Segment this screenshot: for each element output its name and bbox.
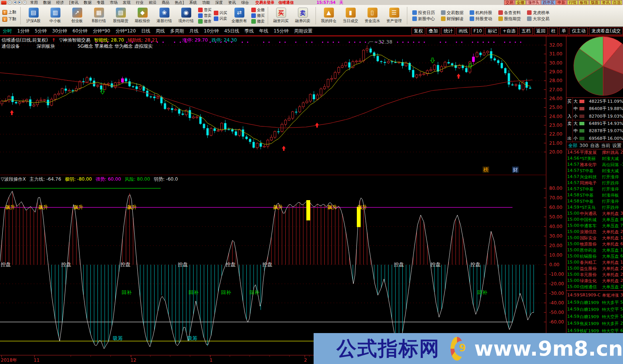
- account-button-资产管理[interactable]: ☰资产管理: [383, 8, 405, 24]
- alert-row[interactable]: 15:00中通客车大单压盘7: [567, 223, 623, 229]
- alert-row[interactable]: 14:57ST中基打开涨停: [567, 186, 623, 192]
- market-button-沪深A股[interactable]: ▤沪深A股: [23, 8, 44, 24]
- tool-button-叠加[interactable]: 叠加: [426, 28, 440, 35]
- alert-row[interactable]: 15:00杭锅股份大单压盘6: [567, 254, 623, 259]
- alert-row[interactable]: 15:00绿康生化大单托盘2: [567, 278, 623, 284]
- alert-row[interactable]: 14:59*ST天马打开跌停: [567, 205, 623, 210]
- info-button-大宗交易[interactable]: 大宗交易: [527, 16, 550, 22]
- menu-item-前沿[interactable]: 前沿: [146, 0, 159, 5]
- cancel-button-全撤[interactable]: 全撤: [251, 7, 265, 13]
- alert-row[interactable]: 14:59SR1909-C单笔冲涨3: [567, 293, 623, 298]
- back-icon[interactable]: ◀: [13, 0, 17, 5]
- order-button-闪卖[interactable]: 闪卖: [214, 16, 227, 21]
- alert-row[interactable]: 14:58ST中基打开涨停: [567, 199, 623, 204]
- tool-button-统计[interactable]: 统计: [441, 28, 455, 35]
- period-分钟*120[interactable]: 分钟*120: [113, 28, 138, 34]
- market-button-中小板[interactable]: ▥中小板: [44, 8, 66, 24]
- strategy-title[interactable]: ▽神渔智能交易: [59, 37, 90, 43]
- alert-row[interactable]: 14:57ST中基封涨大减: [567, 168, 623, 174]
- market-button-创业板[interactable]: ↗创业板: [66, 8, 88, 24]
- info-button-财报解读[interactable]: 财报解读: [441, 16, 464, 22]
- period-季线[interactable]: 季线: [242, 28, 257, 34]
- alert-row[interactable]: 15:00益生股份大单托盘2: [567, 266, 623, 272]
- account-button-资金流水[interactable]: ▯资金流水: [361, 8, 383, 24]
- period-30分钟[interactable]: 30分钟: [49, 28, 70, 34]
- tool-button-标记[interactable]: 标记: [485, 28, 499, 35]
- account-button-当日成交[interactable]: ▮当日成交: [340, 8, 361, 24]
- alert-row[interactable]: 15:00牧原股份大单托盘6: [567, 241, 623, 247]
- order-button-普买[interactable]: 普买: [198, 7, 211, 13]
- sector-tag[interactable]: 5G概念 苹果概念 华为概念 虚拟现实: [78, 44, 153, 49]
- period-分钟*90[interactable]: 分钟*90: [90, 28, 113, 34]
- market-button-B股行情[interactable]: ▦B股行情: [88, 8, 110, 24]
- tool-button-画线[interactable]: 画线: [456, 28, 470, 35]
- alert-row[interactable]: 14:59焦炭1909特大多开2: [567, 321, 623, 327]
- menu-item-资讯[interactable]: 资讯: [226, 0, 239, 5]
- tool-button-仅主动[interactable]: 仅主动: [569, 28, 588, 35]
- alert-row[interactable]: 14:57兴业科技打开涨停: [567, 174, 623, 180]
- period-45日线[interactable]: 45日线: [221, 28, 242, 34]
- quick-tab-版面[interactable]: 版面: [589, 0, 600, 5]
- margin-button-融券闪卖[interactable]: 卖融券闪卖: [292, 8, 314, 24]
- float-badge-榜[interactable]: 榜: [483, 167, 488, 173]
- tool-button-返回[interactable]: 返回: [534, 28, 548, 35]
- sector-tag[interactable]: 通信设备: [2, 44, 20, 49]
- tool-button-五档[interactable]: 五档: [519, 28, 533, 35]
- main-chart[interactable]: 32.0031.0030.0029.0028.0027.0026.0025.00…: [0, 36, 566, 364]
- nav-下翻[interactable]: ↓下翻: [2, 16, 16, 22]
- menu-item-常用[interactable]: 常用: [28, 0, 41, 5]
- period-多周期[interactable]: 多周期: [168, 28, 187, 34]
- sector-tag[interactable]: 深圳板块: [37, 44, 55, 49]
- quick-tab-交易[interactable]: 交易: [504, 0, 515, 5]
- cancel-button-撤买[interactable]: 撤买: [251, 13, 265, 18]
- tool-button-复权[interactable]: 复权: [412, 28, 425, 35]
- period-60分钟[interactable]: 60分钟: [70, 28, 90, 34]
- menu-item-深度[interactable]: 深度: [213, 0, 226, 5]
- tool-button-柱[interactable]: 柱: [549, 28, 558, 35]
- period-月线[interactable]: 月线: [187, 28, 201, 34]
- alert-row[interactable]: 15:00中国长城大单压盘8: [567, 217, 623, 223]
- menu-item-[资讯[interactable]: [资讯: [67, 0, 81, 5]
- alert-row[interactable]: 14:58ST中基封涨停板: [567, 193, 623, 198]
- menu-item-商品[interactable]: 商品: [159, 0, 172, 5]
- info-button-持股变动[interactable]: 持股变动: [470, 16, 492, 22]
- alert-row[interactable]: 15:00国际实业大单托盘1: [567, 235, 623, 241]
- menu-item-系统[interactable]: 系统: [187, 0, 200, 5]
- alert-row[interactable]: 15:00恩华药业大单压盘1: [567, 248, 623, 253]
- alert-row[interactable]: 15:00中兴通讯大单托盘3: [567, 211, 623, 217]
- menu-item-发现[interactable]: 发现: [120, 0, 133, 5]
- sidebar-tab-300[interactable]: 300: [579, 143, 588, 148]
- alert-row[interactable]: 14:57同洲电子打开跌停: [567, 180, 623, 186]
- alert-row[interactable]: 14:56平潭发展撑杆跳高2: [567, 150, 623, 155]
- home-icon[interactable]: ⌂: [8, 0, 12, 5]
- sidebar-tab-全部[interactable]: 全部: [568, 142, 577, 149]
- sidebar-tab-当前[interactable]: 当前: [601, 142, 610, 149]
- period-5分钟[interactable]: 5分钟: [32, 28, 50, 34]
- alert-row[interactable]: 15:00丰元股份大单托盘2: [567, 272, 623, 278]
- alert-row[interactable]: 14:57雅本化学高位回落-1: [567, 162, 623, 168]
- quick-tab-行情[interactable]: 行情: [567, 0, 578, 5]
- quick-tab-资讯[interactable]: 资讯: [600, 0, 611, 5]
- period-周期设置[interactable]: 周期设置: [291, 28, 315, 34]
- info-button-新股中心[interactable]: 新股中心: [412, 16, 435, 22]
- period-15分钟[interactable]: 15分钟: [271, 28, 291, 34]
- menu-item-热点][interactable]: 热点]: [172, 0, 187, 5]
- market-button-境外行情[interactable]: ◉境外行情: [175, 8, 197, 24]
- tool-button-龙虎看盘(成交[interactable]: 龙虎看盘(成交: [589, 28, 623, 35]
- quick-tab-涨停头[interactable]: 涨停头: [526, 0, 541, 5]
- tool-button-单[interactable]: 单: [559, 28, 568, 35]
- account-button-我的持仓[interactable]: ▲我的持仓: [318, 8, 340, 24]
- alert-row[interactable]: 15:00浪潮信息大单托盘2: [567, 229, 623, 235]
- sidebar-tab-自选[interactable]: 自选: [590, 142, 599, 149]
- period-1分钟[interactable]: 1分钟: [15, 28, 32, 34]
- nav-上翻[interactable]: ↑上翻: [2, 10, 16, 15]
- market-button-期权报价[interactable]: ◆期权报价: [132, 8, 153, 24]
- period-分时[interactable]: 分时: [0, 28, 15, 34]
- quick-tab-自选[interactable]: 自选: [612, 0, 622, 5]
- menu-item-数据[interactable]: 数据: [41, 0, 54, 5]
- period-年线[interactable]: 年线: [257, 28, 271, 34]
- alert-row[interactable]: 14:59白糖1909特大空平5: [567, 307, 623, 312]
- quick-tab-全撤[interactable]: 全撤: [515, 0, 526, 5]
- cancel-all-button[interactable]: ⇄全撤所有: [228, 8, 250, 24]
- quick-tab-申新[interactable]: 申新: [556, 0, 567, 5]
